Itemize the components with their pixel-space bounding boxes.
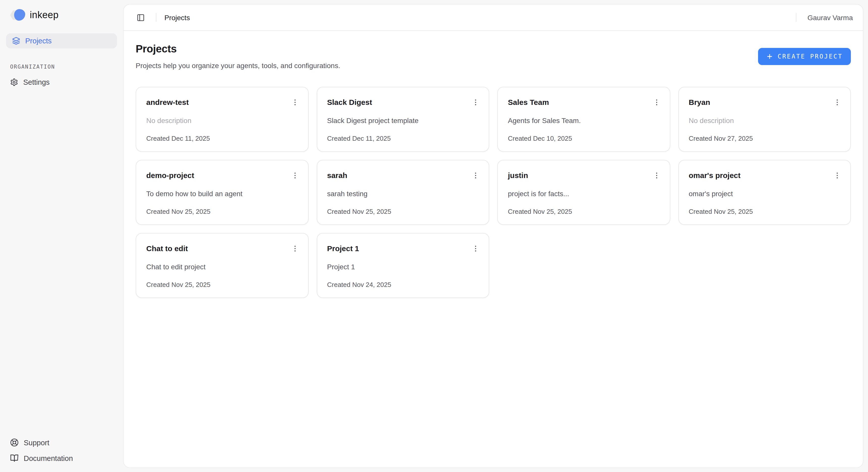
project-card[interactable]: Bryan No description Created Nov 27, 202… bbox=[678, 87, 851, 152]
project-description: Agents for Sales Team. bbox=[508, 117, 662, 125]
plus-icon bbox=[766, 53, 773, 60]
kebab-menu-icon bbox=[291, 98, 299, 106]
project-title: omar's project bbox=[689, 169, 741, 180]
sidebar: inkeep Projects ORGANIZATION bbox=[0, 0, 123, 472]
project-created-date: Created Nov 27, 2025 bbox=[689, 135, 843, 142]
sidebar-item-settings[interactable]: Settings bbox=[0, 75, 123, 90]
project-menu-button[interactable] bbox=[470, 169, 482, 182]
project-description: sarah testing bbox=[327, 190, 482, 198]
project-description: Slack Digest project template bbox=[327, 117, 482, 125]
project-menu-button[interactable] bbox=[289, 96, 301, 108]
project-created-date: Created Dec 10, 2025 bbox=[508, 135, 662, 142]
sidebar-footer: Support Documentation bbox=[0, 435, 123, 472]
sidebar-item-projects[interactable]: Projects bbox=[6, 33, 117, 49]
breadcrumb: Projects bbox=[164, 13, 190, 22]
sidebar-section-organization: ORGANIZATION bbox=[0, 64, 123, 70]
kebab-menu-icon bbox=[472, 171, 479, 180]
project-card-header: demo-project bbox=[146, 169, 301, 182]
kebab-menu-icon bbox=[472, 245, 479, 253]
sidebar-item-label: Projects bbox=[25, 37, 52, 45]
topbar-divider bbox=[156, 13, 156, 22]
project-title: andrew-test bbox=[146, 96, 189, 106]
sidebar-toggle-button[interactable] bbox=[134, 10, 148, 25]
project-card[interactable]: demo-project To demo how to build an age… bbox=[136, 160, 308, 225]
projects-grid: andrew-test No description Created Dec 1… bbox=[136, 87, 851, 298]
project-menu-button[interactable] bbox=[289, 243, 301, 255]
project-menu-button[interactable] bbox=[650, 169, 662, 182]
sidebar-item-documentation[interactable]: Documentation bbox=[0, 450, 123, 466]
project-description: project is for facts... bbox=[508, 190, 662, 198]
project-card[interactable]: justin project is for facts... Created N… bbox=[497, 160, 670, 225]
project-card[interactable]: Project 1 Project 1 Created Nov 24, 2025 bbox=[316, 233, 489, 298]
sidebar-item-label: Settings bbox=[23, 78, 50, 86]
project-card[interactable]: omar's project omar's project Created No… bbox=[678, 160, 851, 225]
project-card-header: Project 1 bbox=[327, 243, 482, 255]
project-title: Slack Digest bbox=[327, 96, 372, 106]
project-card[interactable]: Sales Team Agents for Sales Team. Create… bbox=[497, 87, 670, 152]
project-title: justin bbox=[508, 169, 528, 180]
topbar-divider bbox=[796, 13, 796, 22]
kebab-menu-icon bbox=[652, 171, 660, 180]
sidebar-item-support[interactable]: Support bbox=[0, 435, 123, 450]
project-card-header: justin bbox=[508, 169, 662, 182]
gear-icon bbox=[10, 78, 18, 86]
project-description: To demo how to build an agent bbox=[146, 190, 301, 198]
page-title: Projects bbox=[136, 43, 340, 55]
project-created-date: Created Dec 11, 2025 bbox=[327, 135, 482, 142]
project-title: Project 1 bbox=[327, 243, 359, 253]
project-title: Sales Team bbox=[508, 96, 549, 106]
project-created-date: Created Nov 25, 2025 bbox=[689, 208, 843, 215]
kebab-menu-icon bbox=[652, 98, 660, 106]
inkeep-logo-text: inkeep bbox=[30, 9, 59, 21]
sidebar-item-label: Documentation bbox=[24, 454, 73, 462]
organization-list: Settings bbox=[0, 75, 123, 90]
project-card-header: Sales Team bbox=[508, 96, 662, 108]
project-title: sarah bbox=[327, 169, 347, 180]
project-menu-button[interactable] bbox=[470, 96, 482, 108]
create-project-button[interactable]: CREATE PROJECT bbox=[758, 48, 851, 65]
project-description: omar's project bbox=[689, 190, 843, 198]
main-content: Projects Gaurav Varma Projects Projects … bbox=[123, 4, 864, 468]
project-created-date: Created Nov 25, 2025 bbox=[508, 208, 662, 215]
create-project-button-label: CREATE PROJECT bbox=[778, 53, 843, 60]
project-created-date: Created Dec 11, 2025 bbox=[146, 135, 301, 142]
project-card-header: sarah bbox=[327, 169, 482, 182]
project-description: No description bbox=[689, 117, 843, 125]
project-created-date: Created Nov 25, 2025 bbox=[327, 208, 482, 215]
project-title: demo-project bbox=[146, 169, 194, 180]
kebab-menu-icon bbox=[291, 245, 299, 253]
layers-icon bbox=[12, 37, 20, 45]
topbar: Projects Gaurav Varma bbox=[124, 4, 863, 31]
app-shell: inkeep Projects ORGANIZATION bbox=[0, 0, 868, 472]
project-card-header: Chat to edit bbox=[146, 243, 301, 255]
sidebar-item-label: Support bbox=[24, 438, 50, 446]
inkeep-logo-icon bbox=[10, 9, 25, 21]
project-menu-button[interactable] bbox=[831, 96, 843, 108]
project-card[interactable]: andrew-test No description Created Dec 1… bbox=[136, 87, 308, 152]
project-created-date: Created Nov 24, 2025 bbox=[327, 281, 482, 288]
project-menu-button[interactable] bbox=[470, 243, 482, 255]
kebab-menu-icon bbox=[833, 171, 841, 180]
project-card-header: omar's project bbox=[689, 169, 843, 182]
project-created-date: Created Nov 25, 2025 bbox=[146, 208, 301, 215]
project-description: No description bbox=[146, 117, 301, 125]
project-card-header: Slack Digest bbox=[327, 96, 482, 108]
project-menu-button[interactable] bbox=[289, 169, 301, 182]
kebab-menu-icon bbox=[833, 98, 841, 106]
project-title: Chat to edit bbox=[146, 243, 188, 253]
project-description: Project 1 bbox=[327, 263, 482, 271]
topbar-right: Gaurav Varma bbox=[796, 11, 854, 24]
project-card[interactable]: sarah sarah testing Created Nov 25, 2025 bbox=[316, 160, 489, 225]
project-card[interactable]: Chat to edit Chat to edit project Create… bbox=[136, 233, 308, 298]
inkeep-logo[interactable]: inkeep bbox=[0, 7, 123, 23]
viewport: inkeep Projects ORGANIZATION bbox=[0, 0, 868, 472]
project-card[interactable]: Slack Digest Slack Digest project templa… bbox=[316, 87, 489, 152]
project-title: Bryan bbox=[689, 96, 710, 106]
project-menu-button[interactable] bbox=[650, 96, 662, 108]
user-menu-button[interactable]: Gaurav Varma bbox=[806, 11, 854, 24]
life-buoy-icon bbox=[10, 438, 19, 447]
page-header: Projects Projects help you organize your… bbox=[136, 43, 851, 70]
project-card-header: Bryan bbox=[689, 96, 843, 108]
kebab-menu-icon bbox=[291, 171, 299, 180]
project-menu-button[interactable] bbox=[831, 169, 843, 182]
